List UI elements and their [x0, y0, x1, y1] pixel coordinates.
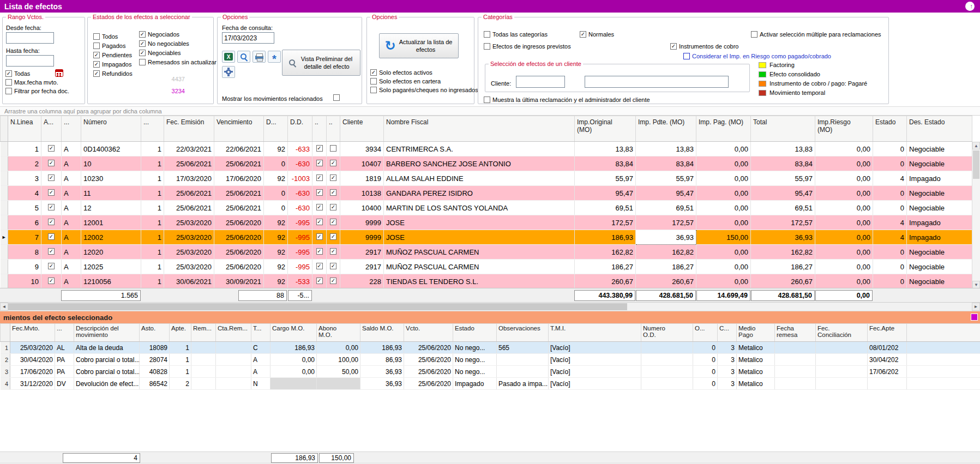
column-header-fecha-remesa[interactable]: Fecha remesa	[775, 324, 816, 342]
vista-preliminar-button[interactable]: Vista Preliminar del detalle del efecto	[282, 50, 360, 76]
search-button[interactable]	[237, 51, 250, 63]
desde-fecha-input[interactable]	[6, 32, 54, 44]
row-checkbox-icon[interactable]: ✓	[316, 219, 323, 225]
column-header-saldo-m-o[interactable]: Saldo M.O.	[360, 324, 404, 342]
checkbox-solo-efectos-en-cartera[interactable]: Solo efectos en cartera	[370, 78, 478, 85]
collapse-button[interactable]: →	[965, 2, 975, 11]
column-header-[interactable]: ...	[55, 324, 74, 342]
row-checkbox-icon[interactable]: ✓	[48, 189, 55, 196]
column-header-apte[interactable]: Apte.	[170, 324, 191, 342]
column-header-vencimiento[interactable]: Vencimiento	[214, 116, 264, 142]
column-header-t-m-i[interactable]: T.M.I.	[549, 324, 641, 342]
checkbox-icon[interactable]: ✓	[139, 31, 146, 38]
table-row[interactable]: 5✓A12125/06/202125/06/20210-630✓✓10400MA…	[1, 201, 972, 215]
column-header-a[interactable]: A...	[41, 116, 62, 142]
row-checkbox-icon[interactable]: ✓	[316, 204, 323, 210]
checkbox-icon[interactable]	[484, 43, 490, 50]
column-header-observaciones[interactable]: Observaciones	[497, 324, 549, 342]
checkbox-icon[interactable]	[93, 43, 100, 49]
checkbox-instrumentos-de-cobro[interactable]: ✓ Instrumentos de cobro	[670, 43, 738, 50]
cliente-name-input[interactable]	[585, 76, 729, 88]
checkbox-icon[interactable]	[751, 31, 757, 38]
panel-button[interactable]	[971, 314, 978, 321]
movement-row[interactable]: 230/04/2020PACobro parcial o total...280…	[1, 354, 980, 366]
column-header-d[interactable]: D...	[264, 116, 288, 142]
column-header-imp-pag-mo[interactable]: Imp. Pag. (MO)	[696, 116, 751, 142]
checkbox-icon[interactable]: ✓	[93, 52, 100, 58]
row-checkbox-icon[interactable]: ✓	[330, 204, 336, 210]
column-header-imp-original-mo[interactable]: Imp.Original (MO)	[575, 116, 636, 142]
checkbox-icon[interactable]	[5, 79, 12, 86]
row-checkbox-icon[interactable]: ✓	[316, 145, 323, 152]
row-checkbox-icon[interactable]: ✓	[330, 189, 336, 196]
checkbox-remesados-sin-actualizar[interactable]: Remesados sin actualizar	[139, 59, 217, 65]
checkbox-max-fecha-mvto[interactable]: Max.fecha mvto.	[5, 79, 69, 86]
column-header-des-estado[interactable]: Des. Estado	[907, 116, 972, 142]
column-header-asto[interactable]: Asto.	[140, 324, 170, 342]
checkbox-considerar-imp-riesgo[interactable]: Considerar el Imp. en Riesgo como pagado…	[683, 53, 831, 59]
scroll-right-icon[interactable]: ►	[972, 303, 980, 311]
row-checkbox-icon[interactable]: ✓	[48, 263, 55, 269]
checkbox-todas-las-categorias[interactable]: Todas las categorías	[484, 31, 548, 38]
column-header-[interactable]: ..	[327, 116, 340, 142]
column-header-cta-rem[interactable]: Cta.Rem...	[216, 324, 251, 342]
column-header-t[interactable]: T...	[251, 324, 270, 342]
column-header-abono-m-o[interactable]: Abono M.O.	[317, 324, 360, 342]
checkbox-pendientes[interactable]: ✓Pendientes	[93, 52, 133, 58]
column-header-rem[interactable]: Rem...	[191, 324, 216, 342]
checkbox-todos[interactable]: Todos	[93, 33, 133, 40]
column-header-n-linea[interactable]: N.Linea	[8, 116, 41, 142]
checkbox-icon[interactable]: ✓	[93, 70, 100, 77]
checkbox-solo-pagar-s-cheques-no-ingresados[interactable]: Solo pagarés/cheques no ingresados	[370, 87, 478, 93]
scroll-down-icon[interactable]: ▼	[972, 281, 980, 288]
checkbox-negociables[interactable]: ✓Negociables	[139, 50, 217, 56]
row-checkbox-icon[interactable]: ✓	[48, 248, 55, 255]
row-checkbox-icon[interactable]: ✓	[330, 174, 336, 181]
row-checkbox-icon[interactable]: ✓	[48, 204, 55, 210]
column-header-numero-o-d[interactable]: Numero O.D.	[641, 324, 693, 342]
excel-export-button[interactable]: X	[222, 51, 235, 63]
row-checkbox-icon[interactable]: ✓	[330, 248, 336, 255]
table-row[interactable]: 10✓A1210056130/06/202130/09/202192-533✓✓…	[1, 274, 972, 289]
row-checkbox-icon[interactable]: ✓	[330, 219, 336, 225]
column-header-n-mero[interactable]: Número	[81, 116, 141, 142]
column-header-d-d[interactable]: D.D.	[288, 116, 312, 142]
checkbox-icon[interactable]: ✓	[580, 31, 586, 38]
checkbox-icon[interactable]: ✓	[93, 61, 100, 68]
column-header-fec-conciliaci-n[interactable]: Fec. Conciliación	[816, 324, 868, 342]
column-header-fec-apte[interactable]: Fec.Apte	[868, 324, 907, 342]
table-row[interactable]: 1✓A0D1400362122/03/202122/06/202192-633✓…	[1, 142, 972, 156]
column-header-descripci-n-del-movimiento[interactable]: Descripción del movimiento	[74, 324, 140, 342]
row-checkbox-icon[interactable]: ✓	[48, 233, 55, 240]
column-header-nombre-fiscal[interactable]: Nombre Fiscal	[384, 116, 575, 142]
column-header-[interactable]: ...	[62, 116, 81, 142]
calendar-icon[interactable]	[55, 69, 63, 77]
column-header-c[interactable]: C...	[718, 324, 737, 342]
actualizar-button[interactable]: ↻ Actualizar la lista de efectos	[379, 33, 459, 58]
row-checkbox-icon[interactable]: ✓	[48, 160, 55, 166]
column-header-imp-riesgo-mo[interactable]: Imp.Riesgo (MO)	[815, 116, 873, 142]
checkbox-impagados[interactable]: ✓Impagados	[93, 61, 133, 68]
row-checkbox-icon[interactable]: ✓	[330, 160, 336, 166]
scrollbar-thumb[interactable]	[8, 303, 627, 310]
checkbox-refundidos[interactable]: ✓Refundidos	[93, 70, 133, 77]
movement-row-selected[interactable]: 125/03/2020ALAlta de la deuda180891C186,…	[1, 342, 980, 354]
column-header-[interactable]: ..	[312, 116, 327, 142]
checkbox-filtrar-por-fecha-doc[interactable]: Filtrar por fecha doc.	[5, 88, 69, 94]
row-checkbox-icon[interactable]: ✓	[316, 160, 323, 166]
table-row-selected[interactable]: ►7✓A12002125/03/202025/06/202092-995✓✓99…	[1, 230, 972, 245]
row-checkbox-icon[interactable]: ✓	[316, 278, 323, 284]
column-header-medio-pago[interactable]: Medio Pago	[737, 324, 775, 342]
checkbox-no-negociables[interactable]: ✓No negociables	[139, 40, 217, 47]
checkbox-icon[interactable]	[683, 53, 690, 59]
fecha-consulta-input[interactable]	[222, 32, 274, 44]
movement-row[interactable]: 431/12/2020DVDevolución de efect...86542…	[1, 378, 980, 390]
checkbox-efectos-ingresos-previstos[interactable]: Efectos de ingresos previstos	[484, 43, 571, 50]
column-header-[interactable]: ...	[141, 116, 164, 142]
column-header-total[interactable]: Total	[751, 116, 815, 142]
checkbox-muestra-ultima-reclamacion[interactable]: Muestra la última reclamación y el admin…	[484, 97, 650, 103]
checkbox-icon[interactable]	[484, 97, 490, 103]
row-checkbox-icon[interactable]: ✓	[316, 263, 323, 269]
table-row[interactable]: 2✓A10125/06/202125/06/20210-630✓✓10407BA…	[1, 156, 972, 171]
checkbox-icon[interactable]: ✓	[670, 43, 677, 50]
